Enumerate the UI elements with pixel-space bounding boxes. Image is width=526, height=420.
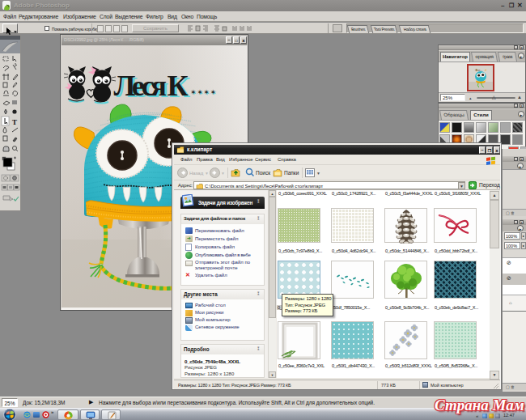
svg-text:✶✶✶✶: ✶✶✶✶: [190, 88, 217, 96]
svg-text:Фот...: Фот...: [475, 69, 482, 72]
svg-text:T: T: [12, 118, 17, 126]
svg-text:Леся К: Леся К: [114, 70, 189, 102]
